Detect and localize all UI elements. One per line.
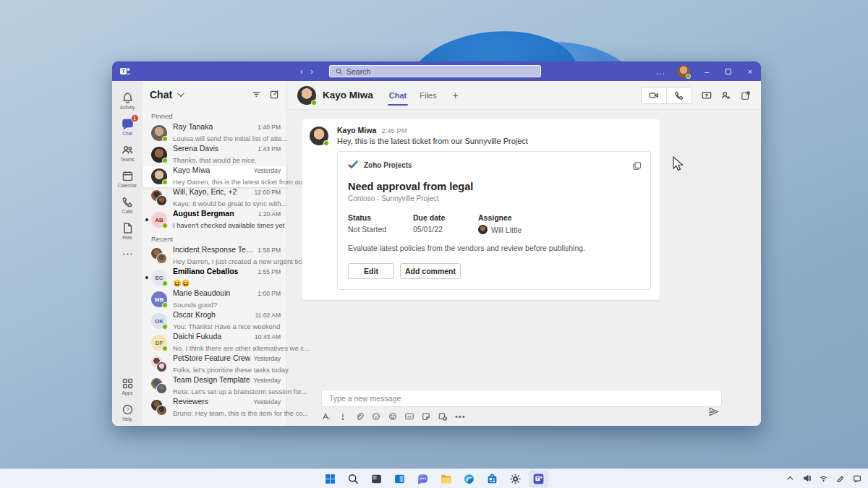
close-button[interactable]: ×: [745, 67, 755, 76]
audio-call-button[interactable]: [666, 87, 692, 103]
avatar: MB: [151, 291, 167, 307]
tray-notifications-icon[interactable]: [853, 472, 861, 485]
chat-list-item[interactable]: Ray Tanaka 1:40 PM Louisa will send the …: [142, 122, 286, 144]
maximize-button[interactable]: [723, 67, 733, 76]
message-time: 2:45 PM: [381, 127, 407, 134]
add-people-icon[interactable]: [721, 90, 731, 100]
ticket-field: Due date 05/01/22: [413, 213, 478, 234]
chat-list-item[interactable]: PetStore Feature Crew Yesterday Folks, l…: [142, 354, 286, 375]
tray-network-icon[interactable]: [820, 472, 827, 485]
emoji-icon[interactable]: [388, 412, 397, 421]
taskbar-dark-app-icon[interactable]: [367, 471, 386, 487]
teams-icon: [122, 144, 134, 156]
send-icon: [708, 406, 719, 417]
chat-name: Emiliano Ceballos: [173, 267, 238, 275]
chat-list-item[interactable]: Kayo Miwa Yesterday Hey Darren, this is …: [142, 166, 286, 187]
chat-name: Daichi Fukuda: [173, 332, 221, 341]
add-tab-button[interactable]: +: [452, 90, 458, 101]
forward-button[interactable]: ›: [310, 67, 313, 77]
taskbar-store-icon[interactable]: [483, 471, 501, 487]
tab-files[interactable]: Files: [420, 81, 436, 110]
chat-list-item[interactable]: Serena Davis 1:43 PM Thanks, that would …: [142, 144, 286, 166]
search-input[interactable]: Search: [329, 65, 541, 77]
compose-area: Type a new message p GIF •••: [287, 388, 761, 426]
chevron-down-icon[interactable]: [177, 90, 184, 97]
filter-icon[interactable]: [252, 90, 261, 99]
avatar: DF: [151, 335, 167, 351]
chat-list-item[interactable]: ECEmiliano Ceballos 1:55 PM 😆😆: [142, 267, 286, 288]
chat-list-item[interactable]: Reviewers Yesterday Bruno: Hey team, thi…: [142, 397, 286, 419]
presence-badge: [162, 346, 168, 351]
tray-pen-icon[interactable]: [836, 472, 844, 485]
tab-chat[interactable]: Chat: [389, 81, 407, 110]
svg-text:T: T: [122, 68, 125, 74]
titlebar-more-button[interactable]: ...: [656, 67, 665, 77]
sticker-icon[interactable]: [422, 412, 430, 421]
taskbar-teams-icon[interactable]: T: [529, 471, 548, 487]
chat-list-item[interactable]: Incident Response Team 1:58 PM Hey Darre…: [142, 245, 286, 267]
taskbar-blue-panels-app-icon[interactable]: [391, 471, 409, 487]
rail-item-calendar[interactable]: Calendar: [112, 166, 142, 192]
schedule-send-icon[interactable]: [438, 412, 447, 421]
edit-button[interactable]: Edit: [348, 263, 394, 279]
send-button[interactable]: [708, 406, 719, 420]
group-avatar: [151, 378, 167, 394]
importance-icon[interactable]: [339, 412, 347, 421]
new-chat-icon[interactable]: [270, 90, 279, 99]
tray-chevron-up-icon[interactable]: [786, 472, 794, 485]
mouse-cursor: [673, 156, 685, 174]
taskbar-settings-icon[interactable]: [506, 471, 524, 487]
group-avatar: [151, 248, 167, 264]
tray-volume-icon[interactable]: [803, 472, 811, 485]
taskbar-teams-chat-icon[interactable]: [414, 471, 432, 487]
rail-item-activity[interactable]: Activity: [112, 88, 142, 114]
rail-item-apps[interactable]: Apps: [112, 374, 142, 400]
teams-logo-icon: T: [119, 66, 131, 77]
phone-icon: [674, 90, 684, 100]
gif-icon[interactable]: GIF: [405, 412, 414, 421]
video-camera-icon: [649, 90, 659, 100]
chat-list-item[interactable]: MBMarie Beaudouin 1:00 PM Sounds good?: [142, 288, 286, 310]
rail-item-help[interactable]: ?Help: [112, 400, 142, 426]
chat-list-pane: Chat PinnedRay Tanaka 1:40 PM Louisa wil…: [142, 81, 287, 426]
conversation-avatar[interactable]: [297, 86, 316, 105]
profile-avatar[interactable]: [677, 65, 690, 78]
taskbar-start-icon[interactable]: [321, 471, 339, 487]
rail-item-label: Calendar: [118, 183, 137, 188]
add-comment-button[interactable]: Add comment: [400, 263, 461, 279]
taskbar-file-explorer-icon[interactable]: [437, 471, 455, 487]
screen-share-icon[interactable]: [702, 90, 712, 100]
loop-icon[interactable]: p: [372, 412, 380, 421]
taskbar-search-icon[interactable]: [344, 471, 362, 487]
chat-list-item[interactable]: Team Design Template Yesterday Reta: Let…: [142, 375, 286, 397]
rail-item-files[interactable]: Files: [112, 218, 142, 244]
teams-window: T ‹ › Search ... – ×: [112, 61, 761, 426]
rail-item-more[interactable]: [112, 244, 142, 265]
attach-icon[interactable]: [355, 412, 364, 421]
compose-more-icon[interactable]: •••: [455, 412, 466, 421]
chat-time: 1:20 AM: [255, 210, 281, 218]
rail-item-label: Files: [122, 235, 132, 240]
chat-time: Yesterday: [251, 355, 281, 362]
avatar: EC: [151, 270, 167, 286]
rail-item-label: Calls: [122, 209, 132, 214]
rail-item-teams[interactable]: Teams: [112, 140, 142, 166]
chat-preview: Sounds good?: [173, 301, 217, 309]
section-label: Recent: [142, 231, 286, 245]
video-call-button[interactable]: [642, 87, 666, 103]
rail-item-calls[interactable]: Calls: [112, 192, 142, 218]
chat-list-item[interactable]: Will, Kayo, Eric, +2 12:00 PM Kayo: It w…: [142, 187, 286, 209]
svg-text:GIF: GIF: [407, 415, 412, 419]
copy-card-button[interactable]: [632, 160, 642, 174]
chat-list-item[interactable]: OKOscar Krogh 11:02 AM You: Thanks! Have…: [142, 310, 286, 332]
chat-list-item[interactable]: DFDaichi Fukuda 10:43 AM No, I think the…: [142, 332, 286, 354]
minimize-button[interactable]: –: [702, 67, 712, 76]
popout-chat-icon[interactable]: [741, 90, 751, 100]
taskbar-edge-icon[interactable]: [460, 471, 478, 487]
format-icon[interactable]: [322, 412, 331, 421]
message-input[interactable]: Type a new message: [322, 390, 721, 406]
chat-list-item[interactable]: ABAugust Bergman 1:20 AM I haven't check…: [142, 209, 286, 231]
message-author-avatar[interactable]: [310, 127, 328, 145]
rail-item-chat[interactable]: 1Chat: [112, 114, 142, 140]
back-button[interactable]: ‹: [300, 67, 303, 77]
